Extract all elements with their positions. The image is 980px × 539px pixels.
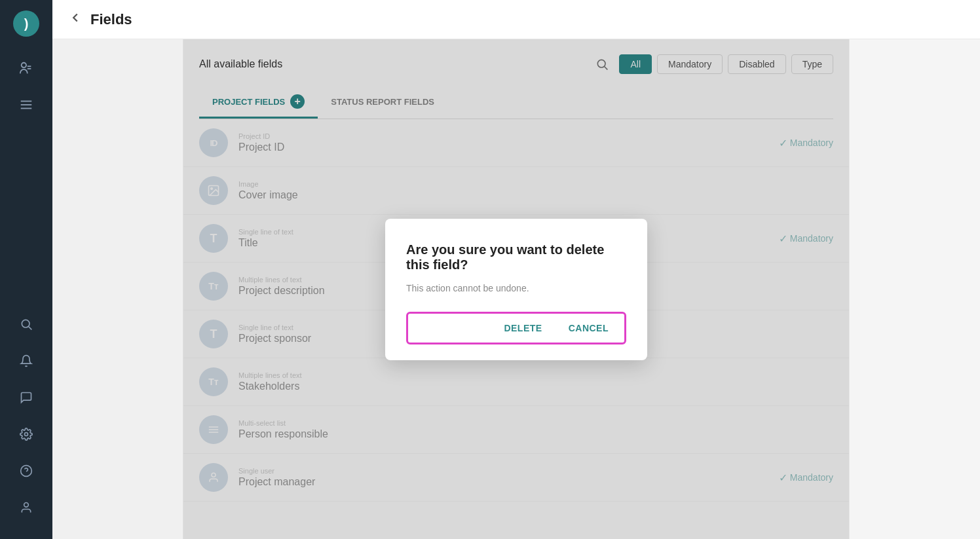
content-area: All available fields All Mandatory Disab… bbox=[52, 39, 980, 539]
sidebar-item-search[interactable] bbox=[10, 308, 42, 340]
left-nav bbox=[52, 39, 183, 539]
sidebar-item-list[interactable] bbox=[10, 89, 42, 121]
right-panel bbox=[849, 39, 980, 539]
dialog-actions: DELETE CANCEL bbox=[406, 312, 626, 344]
cancel-button[interactable]: CANCEL bbox=[556, 316, 622, 340]
sidebar-item-help[interactable] bbox=[10, 455, 42, 487]
sidebar-nav-top bbox=[10, 52, 42, 308]
svg-point-0 bbox=[22, 63, 26, 67]
svg-point-11 bbox=[24, 503, 29, 508]
delete-button[interactable]: DELETE bbox=[491, 316, 555, 340]
delete-confirm-dialog: Are you sure you want to delete this fie… bbox=[385, 219, 647, 360]
sidebar-item-profile[interactable] bbox=[10, 492, 42, 523]
logo-icon: ) bbox=[24, 16, 29, 31]
svg-line-7 bbox=[29, 327, 32, 330]
modal-overlay: Are you sure you want to delete this fie… bbox=[183, 39, 849, 539]
svg-point-8 bbox=[25, 433, 28, 436]
svg-point-6 bbox=[22, 320, 29, 327]
back-button[interactable] bbox=[68, 10, 83, 29]
sidebar-item-notifications[interactable] bbox=[10, 345, 42, 377]
dialog-subtitle: This action cannot be undone. bbox=[406, 283, 626, 293]
sidebar-item-messages[interactable] bbox=[10, 382, 42, 413]
sidebar: ) bbox=[0, 0, 52, 539]
sidebar-item-users[interactable] bbox=[10, 52, 42, 84]
fields-panel: All available fields All Mandatory Disab… bbox=[183, 39, 849, 539]
sidebar-item-settings[interactable] bbox=[10, 418, 42, 450]
sidebar-nav-bottom bbox=[10, 308, 42, 523]
main-area: Fields All available fields All Man bbox=[52, 0, 980, 539]
dialog-title: Are you sure you want to delete this fie… bbox=[406, 242, 626, 272]
app-logo[interactable]: ) bbox=[13, 10, 39, 37]
page-header: Fields bbox=[52, 0, 980, 39]
page-title: Fields bbox=[90, 11, 132, 28]
